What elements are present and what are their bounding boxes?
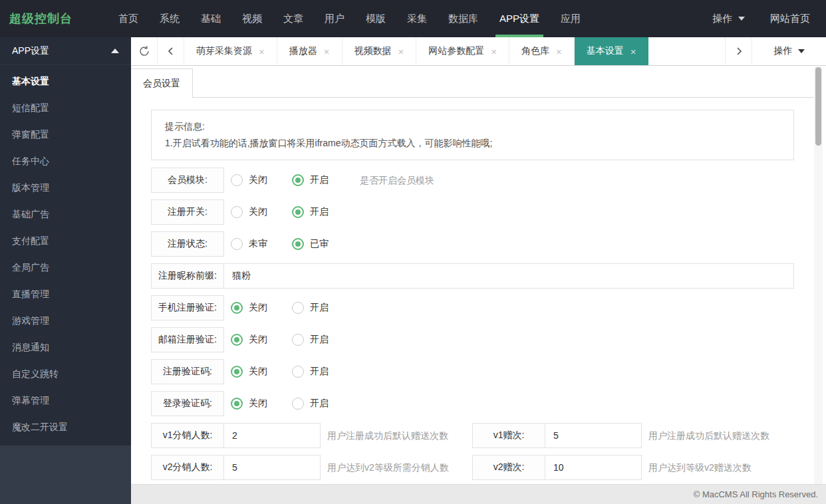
open-tab[interactable]: 角色库 × bbox=[509, 37, 575, 65]
sidebar-item-global-ads[interactable]: 全局广告 bbox=[0, 254, 131, 281]
radio-option-on[interactable]: 开启 bbox=[292, 302, 353, 314]
radio-icon[interactable] bbox=[292, 302, 304, 314]
close-icon[interactable]: × bbox=[491, 46, 497, 57]
open-tab[interactable]: 网站参数配置 × bbox=[416, 37, 509, 65]
nav-item-user[interactable]: 用户 bbox=[314, 0, 355, 37]
top-nav-menu: 首页 系统 基础 视频 文章 用户 模版 采集 数据库 APP设置 应用 bbox=[108, 0, 591, 37]
open-tab[interactable]: 萌芽采集资源 × bbox=[184, 37, 277, 65]
open-tab[interactable]: 视频数据 × bbox=[343, 37, 417, 65]
close-icon[interactable]: × bbox=[259, 46, 265, 57]
radio-option-off[interactable]: 关闭 bbox=[231, 366, 292, 378]
radio-group: 关闭 开启 bbox=[231, 359, 353, 384]
field-label: 会员模块: bbox=[151, 168, 224, 193]
sidebar-item-mod-settings[interactable]: 魔改二开设置 bbox=[0, 414, 131, 440]
radio-option-unreviewed[interactable]: 未审 bbox=[231, 238, 292, 250]
sidebar-item-notify[interactable]: 消息通知 bbox=[0, 334, 131, 360]
nav-item-collect[interactable]: 采集 bbox=[396, 0, 438, 37]
close-icon[interactable]: × bbox=[630, 46, 636, 57]
scrollbar-thumb[interactable] bbox=[815, 67, 821, 146]
nav-item-app-settings[interactable]: APP设置 bbox=[489, 0, 550, 37]
field-label: 注册状态: bbox=[151, 231, 224, 257]
sidebar-item-basic-settings[interactable]: 基本设置 bbox=[0, 68, 131, 94]
main-area: 萌芽采集资源 × 播放器 × 视频数据 × 网站参数配置 × 角色库 × bbox=[131, 37, 826, 504]
nav-item-basic[interactable]: 基础 bbox=[190, 0, 231, 37]
radio-icon[interactable] bbox=[292, 334, 304, 346]
sidebar-item-version[interactable]: 版本管理 bbox=[0, 174, 131, 201]
tabs-action-dropdown[interactable]: 操作 bbox=[752, 37, 826, 65]
v1-bonus-group: v1赠次: 用户注册成功后默认赠送次数 bbox=[472, 423, 794, 448]
radio-icon[interactable] bbox=[292, 238, 304, 250]
radio-option-off[interactable]: 关闭 bbox=[231, 398, 292, 410]
radio-icon[interactable] bbox=[231, 398, 243, 410]
v1-distribution-input[interactable] bbox=[223, 423, 321, 448]
tab-member-settings[interactable]: 会员设置 bbox=[131, 68, 193, 98]
open-tabs-bar: 萌芽采集资源 × 播放器 × 视频数据 × 网站参数配置 × 角色库 × bbox=[131, 37, 826, 66]
radio-icon[interactable] bbox=[231, 174, 243, 186]
radio-icon[interactable] bbox=[231, 334, 243, 346]
close-icon[interactable]: × bbox=[398, 46, 404, 57]
radio-icon[interactable] bbox=[292, 206, 304, 218]
sidebar-item-live[interactable]: 直播管理 bbox=[0, 281, 131, 307]
radio-icon[interactable] bbox=[231, 366, 243, 378]
radio-icon[interactable] bbox=[292, 366, 304, 378]
navbar-action-dropdown[interactable]: 操作 bbox=[712, 13, 745, 25]
scroll-tabs-left-button[interactable] bbox=[158, 37, 184, 65]
notice-title: 提示信息: bbox=[165, 118, 780, 135]
radio-option-on[interactable]: 开启 bbox=[292, 174, 353, 186]
radio-option-on[interactable]: 开启 bbox=[292, 334, 353, 346]
radio-option-off[interactable]: 关闭 bbox=[231, 174, 292, 186]
radio-option-off[interactable]: 关闭 bbox=[231, 206, 292, 218]
nav-item-template[interactable]: 模版 bbox=[355, 0, 396, 37]
vertical-scrollbar[interactable] bbox=[814, 66, 823, 484]
radio-group: 关闭 开启 bbox=[231, 327, 353, 352]
radio-icon[interactable] bbox=[231, 238, 243, 250]
nav-item-apps[interactable]: 应用 bbox=[550, 0, 591, 37]
field-label: v2赠次: bbox=[472, 455, 545, 480]
v2-bonus-group: v2赠次: 用户达到等级v2赠送次数 bbox=[472, 455, 794, 480]
member-settings-form: 提示信息: 1.开启试看功能的话,播放窗口将采用iframe动态页面方式载入，可… bbox=[151, 110, 794, 480]
v2-bonus-input[interactable] bbox=[545, 455, 642, 480]
close-icon[interactable]: × bbox=[324, 46, 330, 57]
sidebar-item-custom-redirect[interactable]: 自定义跳转 bbox=[0, 360, 131, 387]
form-row-member-module: 会员模块: 关闭 开启 是否开启会员模块 bbox=[151, 168, 794, 193]
scroll-tabs-right-button[interactable] bbox=[725, 37, 752, 65]
sidebar-group-header[interactable]: APP设置 bbox=[0, 37, 131, 65]
radio-option-on[interactable]: 开启 bbox=[292, 366, 353, 378]
radio-option-on[interactable]: 开启 bbox=[292, 398, 353, 410]
open-tab-active[interactable]: 基本设置 × bbox=[575, 37, 648, 65]
close-icon[interactable]: × bbox=[556, 46, 562, 57]
nav-item-database[interactable]: 数据库 bbox=[438, 0, 489, 37]
chevron-right-icon bbox=[734, 47, 744, 56]
radio-option-reviewed[interactable]: 已审 bbox=[292, 238, 353, 250]
sidebar-item-game[interactable]: 游戏管理 bbox=[0, 307, 131, 334]
open-tab[interactable]: 播放器 × bbox=[277, 37, 343, 65]
v2-distribution-input[interactable] bbox=[223, 455, 321, 480]
sidebar-item-basic-ads[interactable]: 基础广告 bbox=[0, 201, 131, 227]
sidebar-item-sms-config[interactable]: 短信配置 bbox=[0, 94, 131, 121]
radio-icon[interactable] bbox=[292, 398, 304, 410]
sidebar-item-danmaku[interactable]: 弹幕管理 bbox=[0, 387, 131, 414]
radio-group: 未审 已审 bbox=[231, 231, 353, 257]
radio-icon[interactable] bbox=[231, 206, 243, 218]
brand-logo: 超级控制台 bbox=[0, 0, 108, 37]
radio-icon[interactable] bbox=[231, 302, 243, 314]
sidebar-item-popup-config[interactable]: 弹窗配置 bbox=[0, 121, 131, 148]
sidebar-item-task-center[interactable]: 任务中心 bbox=[0, 148, 131, 174]
nav-item-article[interactable]: 文章 bbox=[273, 0, 314, 37]
radio-icon[interactable] bbox=[292, 174, 304, 186]
form-row-v2: v2分销人数: 用户达到v2等级所需分销人数 v2赠次: 用户达到等级v2赠送次… bbox=[151, 455, 794, 480]
form-row-v1: v1分销人数: 用户注册成功后默认赠送次数 v1赠次: 用户注册成功后默认赠送次… bbox=[151, 423, 794, 448]
refresh-button[interactable] bbox=[131, 37, 158, 65]
nav-item-home[interactable]: 首页 bbox=[108, 0, 149, 37]
app-window: 超级控制台 首页 系统 基础 视频 文章 用户 模版 采集 数据库 APP设置 … bbox=[0, 0, 826, 504]
nav-item-video[interactable]: 视频 bbox=[231, 0, 273, 37]
radio-option-off[interactable]: 关闭 bbox=[231, 302, 292, 314]
radio-option-on[interactable]: 开启 bbox=[292, 206, 353, 218]
nickname-prefix-input[interactable] bbox=[223, 263, 794, 289]
nav-item-system[interactable]: 系统 bbox=[149, 0, 190, 37]
v1-bonus-input[interactable] bbox=[545, 423, 642, 448]
sidebar-item-payment[interactable]: 支付配置 bbox=[0, 227, 131, 254]
site-home-link[interactable]: 网站首页 bbox=[770, 13, 810, 25]
radio-option-off[interactable]: 关闭 bbox=[231, 334, 292, 346]
navbar-right: 操作 网站首页 bbox=[712, 0, 826, 37]
